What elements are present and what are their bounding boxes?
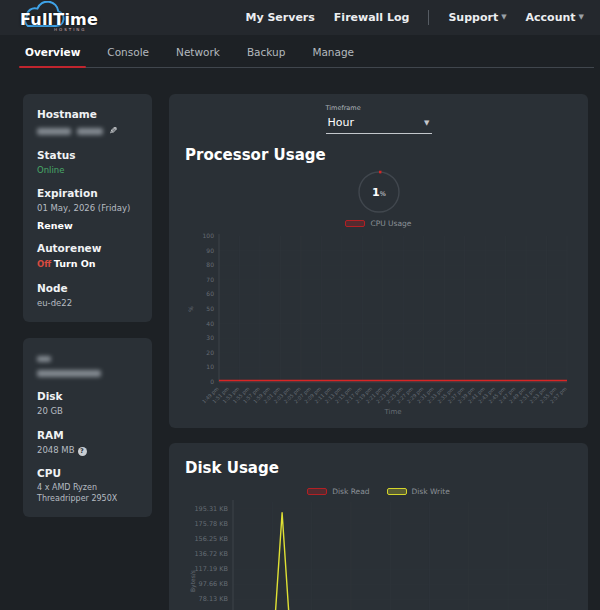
disk-legend: Disk Read Disk Write (183, 487, 574, 496)
svg-text:10: 10 (206, 363, 214, 370)
disk-read-legend-label: Disk Read (332, 487, 369, 496)
cpu-usage-swatch (345, 220, 365, 227)
svg-text:40: 40 (206, 320, 214, 327)
disk-write-legend: Disk Write (387, 487, 450, 496)
server-info-card: Hostname ✎ Status Online Expiration 01 M… (23, 94, 152, 322)
svg-text:90: 90 (206, 247, 214, 254)
redacted-text (37, 370, 101, 377)
tab-network[interactable]: Network (176, 46, 220, 67)
svg-text:30: 30 (206, 334, 214, 341)
disk-value: 20 GB (37, 406, 138, 417)
chevron-down-icon: ▼ (424, 119, 429, 127)
node-group: Node eu-de22 (37, 282, 138, 309)
timeframe-value: Hour (328, 116, 355, 129)
tab-overview[interactable]: Overview (25, 46, 80, 67)
nav-my-servers[interactable]: My Servers (245, 11, 314, 24)
disk-group: Disk 20 GB (37, 390, 138, 417)
disk-write-legend-label: Disk Write (412, 487, 450, 496)
svg-text:70: 70 (206, 276, 214, 283)
server-sidebar: Hostname ✎ Status Online Expiration 01 M… (23, 94, 152, 517)
nav-support[interactable]: Support ▼ (448, 11, 506, 24)
nav-divider (428, 10, 429, 25)
renew-link[interactable]: Renew (37, 220, 138, 231)
hostname-group: Hostname ✎ (37, 108, 138, 138)
svg-text:Time: Time (383, 408, 401, 416)
svg-text:50: 50 (206, 305, 214, 312)
hostname-value-redacted: ✎ (37, 124, 138, 138)
cpu-group: CPU 4 x AMD Ryzen Threadripper 2950X (37, 467, 138, 505)
page-content: Hostname ✎ Status Online Expiration 01 M… (0, 68, 600, 610)
cpu-gauge: 1% (183, 168, 574, 216)
svg-text:136.72 KB: 136.72 KB (194, 550, 228, 558)
main-column: Timeframe Hour ▼ Processor Usage 1% (169, 94, 588, 610)
nav-firewall-log[interactable]: Firewall Log (334, 11, 410, 24)
disk-label: Disk (37, 390, 138, 402)
autorenew-state: Off (37, 259, 51, 269)
nav-account-label: Account (526, 11, 576, 24)
autorenew-group: Autorenew Off Turn On (37, 242, 138, 271)
expiration-label: Expiration (37, 187, 138, 199)
svg-text:156.25 KB: 156.25 KB (194, 535, 228, 543)
top-navbar: FullTime HOSTING My Servers Firewall Log… (0, 0, 600, 35)
nav-items: My Servers Firewall Log Support ▼ Accoun… (245, 10, 584, 25)
cpu-gauge-ring: 1% (355, 168, 403, 216)
chevron-down-icon: ▼ (579, 14, 584, 21)
status-badge: Online (37, 165, 138, 176)
cpu-legend: CPU Usage (183, 219, 574, 228)
svg-text:195.31 KB: 195.31 KB (194, 505, 228, 513)
edit-hostname-icon[interactable]: ✎ (109, 124, 117, 138)
tab-backup[interactable]: Backup (247, 46, 286, 67)
tab-bar: Overview Console Network Backup Manage (20, 35, 594, 68)
redacted-text (77, 128, 103, 135)
hostname-label: Hostname (37, 108, 138, 120)
cpu-value: 4 x AMD Ryzen Threadripper 2950X (37, 483, 138, 505)
ip-group (37, 352, 138, 379)
brand-tagline: HOSTING (54, 27, 86, 32)
chevron-down-icon: ▼ (501, 14, 506, 21)
svg-text:97.66 KB: 97.66 KB (199, 580, 228, 588)
svg-text:117.19 KB: 117.19 KB (194, 565, 228, 573)
nav-support-label: Support (448, 11, 498, 24)
disk-read-swatch (307, 488, 327, 495)
ram-group: RAM 2048 MB? (37, 429, 138, 456)
cpu-usage-chart: 1:49 pm1:51 pm1:53 pm1:55 pm1:57 pm1:59 … (183, 230, 574, 420)
brand-logo[interactable]: FullTime HOSTING (10, 0, 120, 35)
tab-console[interactable]: Console (107, 46, 149, 67)
expiration-value: 01 May, 2026 (Friday) (37, 203, 138, 214)
disk-usage-chart: 1:49 pm1:51 pm1:53 pm1:55 pm1:57 pm1:59 … (183, 498, 574, 610)
tab-overview-label: Overview (25, 46, 80, 58)
svg-text:%: % (187, 306, 194, 312)
autorenew-toggle-link[interactable]: Turn On (54, 258, 96, 269)
processor-usage-title: Processor Usage (185, 146, 574, 164)
ram-label: RAM (37, 429, 138, 441)
svg-text:100: 100 (203, 232, 215, 239)
active-tab-underline (19, 66, 86, 68)
status-group: Status Online (37, 149, 138, 176)
ram-value: 2048 MB? (37, 445, 138, 456)
svg-text:0: 0 (210, 378, 214, 385)
cpu-usage-legend-label: CPU Usage (370, 219, 411, 228)
redacted-text (37, 356, 51, 362)
svg-text:Bytes/s: Bytes/s (189, 570, 197, 592)
status-label: Status (37, 149, 138, 161)
svg-text:1%: 1% (372, 186, 386, 199)
timeframe-select[interactable]: Hour ▼ (326, 114, 432, 134)
ip-value-redacted (37, 368, 138, 379)
processor-usage-card: Timeframe Hour ▼ Processor Usage 1% (169, 94, 588, 428)
node-label: Node (37, 282, 138, 294)
svg-text:20: 20 (206, 349, 214, 356)
redacted-text (37, 128, 71, 135)
tab-manage[interactable]: Manage (312, 46, 354, 67)
ip-label-redacted (37, 352, 138, 364)
nav-account[interactable]: Account ▼ (526, 11, 584, 24)
server-specs-card: Disk 20 GB RAM 2048 MB? CPU 4 x AMD Ryze… (23, 338, 152, 517)
disk-usage-card: Disk Usage Disk Read Disk Write 1:49 pm1… (169, 443, 588, 610)
svg-text:175.78 KB: 175.78 KB (194, 520, 228, 528)
ram-amount: 2048 MB (37, 445, 75, 455)
autorenew-label: Autorenew (37, 242, 138, 254)
node-value: eu-de22 (37, 298, 138, 309)
svg-text:80: 80 (206, 261, 214, 268)
timeframe-label: Timeframe (326, 104, 432, 112)
help-icon[interactable]: ? (78, 447, 87, 456)
svg-text:60: 60 (206, 290, 214, 297)
